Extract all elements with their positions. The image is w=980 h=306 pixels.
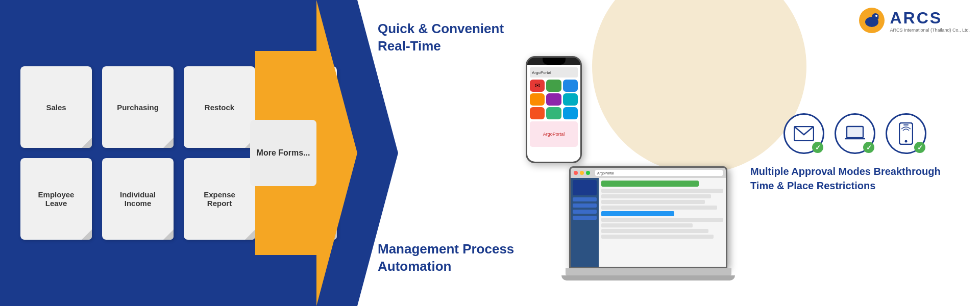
- screen-row-3: [601, 200, 705, 204]
- laptop-check-badge: ✓: [863, 142, 874, 153]
- laptop-hinge: [566, 268, 731, 275]
- sidebar-item-5: [573, 216, 597, 220]
- ares-logo-icon: [859, 8, 885, 33]
- screen-row-4: [601, 206, 717, 210]
- mobile-icon-wrapper: ✓: [886, 113, 926, 154]
- phone-app-2: [563, 80, 578, 92]
- more-forms-button[interactable]: More Forms...: [250, 120, 316, 186]
- approval-icons-row: ✓ ✓: [783, 113, 926, 154]
- email-check-badge: ✓: [812, 142, 823, 153]
- screen-main-area: [599, 178, 726, 267]
- screen-row-blue: [601, 211, 674, 216]
- screen-row-2: [601, 194, 711, 198]
- screen-row-1: [601, 189, 723, 193]
- screen-row-5: [601, 218, 723, 222]
- phone-portal-section: ArgoPortal: [530, 121, 578, 147]
- screen-min-dot: [580, 171, 584, 175]
- screen-row-green: [601, 181, 699, 187]
- mobile-icon: [899, 122, 913, 145]
- ares-logo-text: ARCS ARCS International (Thailand) Co., …: [890, 9, 970, 33]
- ares-logo: ARCS ARCS International (Thailand) Co., …: [859, 8, 970, 33]
- more-forms-container: More Forms...: [245, 0, 357, 306]
- features-description: Multiple Approval Modes Breakthrough Tim…: [750, 164, 960, 193]
- screen-row-6: [601, 223, 693, 227]
- svg-rect-8: [851, 138, 859, 139]
- phone-app-8: [563, 107, 578, 119]
- screen-max-dot: [586, 171, 590, 175]
- screen-url-bar: ArgoPortal: [595, 170, 723, 176]
- headline-bottom: Management Process Automation: [378, 241, 521, 275]
- phone-app-1: [546, 80, 561, 92]
- right-content: Quick & Convenient Real-Time Management …: [378, 15, 960, 291]
- sidebar-item-1: [573, 180, 597, 195]
- laptop-icon: [845, 125, 865, 142]
- phone-app-mail: ✉: [530, 80, 545, 92]
- phone-screen-content: ArgoPortal ✉ ArgoPortal: [527, 65, 580, 162]
- management-headline: Management Process Automation: [378, 241, 521, 275]
- card-purchasing[interactable]: Purchasing: [102, 66, 174, 148]
- left-section: Sales Purchasing Restock Transfer Notifi…: [0, 0, 357, 306]
- devices-area: ArgoPortal ✉ ArgoPortal: [521, 15, 735, 291]
- phone-app-7: [546, 107, 561, 119]
- phone-app-4: [546, 93, 561, 106]
- svg-point-2: [875, 15, 877, 17]
- screen-sidebar: [571, 178, 599, 267]
- screen-row-7: [601, 229, 708, 233]
- phone-header-bar: ArgoPortal: [530, 67, 578, 78]
- quick-headline: Quick & Convenient Real-Time: [378, 20, 521, 55]
- sidebar-item-2: [573, 197, 597, 201]
- svg-point-1: [872, 13, 879, 20]
- card-sales[interactable]: Sales: [20, 66, 92, 148]
- card-employee-leave[interactable]: Employee Leave: [20, 158, 92, 240]
- mobile-check-badge: ✓: [914, 142, 925, 153]
- phone-app-6: [530, 107, 545, 119]
- phone-app-grid: ✉: [530, 80, 578, 119]
- screen-body: [571, 178, 726, 267]
- text-column: Quick & Convenient Real-Time Management …: [378, 15, 521, 291]
- screen-topbar: ArgoPortal: [571, 168, 726, 178]
- ares-bird-icon: [862, 11, 881, 30]
- phone-app-3: [530, 93, 545, 106]
- laptop-base: [561, 275, 735, 280]
- card-individual-income[interactable]: Individual Income: [102, 158, 174, 240]
- sidebar-item-3: [573, 203, 597, 208]
- phone-notch: [543, 58, 566, 65]
- laptop-screen: ArgoPortal: [569, 166, 727, 268]
- screen-row-8: [601, 235, 714, 239]
- ares-name: ARCS: [890, 9, 970, 28]
- card-restock[interactable]: Restock: [184, 66, 255, 148]
- laptop-icon-wrapper: ✓: [835, 113, 875, 154]
- phone-app-5: [563, 93, 578, 106]
- card-expense-report[interactable]: Expense Report: [184, 158, 255, 240]
- phone-device: ArgoPortal ✉ ArgoPortal: [526, 56, 582, 163]
- screen-close-dot: [574, 171, 578, 175]
- svg-rect-6: [848, 128, 862, 137]
- right-section: ARCS ARCS International (Thailand) Co., …: [357, 0, 980, 306]
- email-icon-wrapper: ✓: [783, 113, 824, 154]
- sidebar-item-4: [573, 210, 597, 214]
- laptop-device: ArgoPortal: [561, 166, 735, 280]
- ares-subtitle: ARCS International (Thailand) Co., Ltd.: [890, 28, 970, 33]
- email-icon: [794, 126, 814, 141]
- svg-point-10: [905, 140, 908, 143]
- headline-top: Quick & Convenient Real-Time: [378, 20, 521, 55]
- features-column: ✓ ✓: [735, 15, 960, 291]
- features-text: Multiple Approval Modes Breakthrough Tim…: [750, 164, 960, 193]
